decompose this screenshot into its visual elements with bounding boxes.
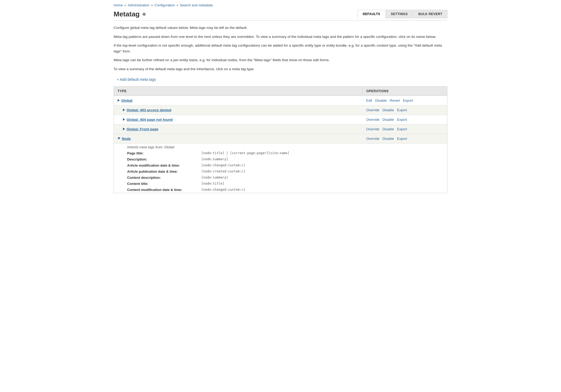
op-disable-403[interactable]: Disable xyxy=(382,108,394,112)
meta-field-value: [node:title] | [current-page:pager][site… xyxy=(188,150,447,156)
meta-field-value: [node:summary] xyxy=(188,175,447,181)
expand-icon-node[interactable] xyxy=(118,137,120,140)
expand-icon-front[interactable] xyxy=(123,128,125,130)
meta-field-label: Content title: xyxy=(114,181,188,187)
meta-field-row: Article modification date & time:[node:c… xyxy=(114,162,447,168)
breadcrumb-search-metadata[interactable]: Search and metadata xyxy=(180,3,213,7)
desc-p3: If the top-level configuration is not sp… xyxy=(114,43,447,54)
meta-field-row: Content title:[node:title] xyxy=(114,181,447,187)
op-export-403[interactable]: Export xyxy=(397,108,407,112)
page-title: Metatag ⊕ xyxy=(114,10,146,18)
col-operations: OPERATIONS xyxy=(363,86,447,96)
desc-p5: To view a summary of the default meta ta… xyxy=(114,66,447,72)
meta-field-label: Content description: xyxy=(114,175,188,181)
table-row: Global: 404 page not found Override Disa… xyxy=(114,115,447,124)
col-type: TYPE xyxy=(114,86,363,96)
meta-field-row: Description:[node:summary] xyxy=(114,156,447,162)
table-row: Node Override Disable Export xyxy=(114,134,447,143)
description-block: Configure global meta tag default values… xyxy=(114,25,447,72)
meta-field-label: Content modification date & time: xyxy=(114,187,188,193)
op-disable-global[interactable]: Disable xyxy=(375,99,387,103)
meta-field-value: [node:changed:custom:c] xyxy=(188,162,447,168)
meta-field-value: [node:created:custom:c] xyxy=(188,168,447,175)
breadcrumb-administration[interactable]: Administration xyxy=(128,3,149,7)
op-disable-node[interactable]: Disable xyxy=(382,137,394,141)
ops-cell-global: Edit Disable Revert Export xyxy=(363,96,447,105)
type-cell-front: Global: Front page xyxy=(114,124,363,134)
op-disable-404[interactable]: Disable xyxy=(382,118,394,122)
type-cell-404: Global: 404 page not found xyxy=(114,115,363,124)
meta-field-row: Content description:[node:summary] xyxy=(114,175,447,181)
op-export-front[interactable]: Export xyxy=(397,127,407,131)
op-override-node[interactable]: Override xyxy=(366,137,380,141)
ops-cell-404: Override Disable Export xyxy=(363,115,447,124)
op-export-node[interactable]: Export xyxy=(397,137,407,141)
op-override-403[interactable]: Override xyxy=(366,108,380,112)
op-override-front[interactable]: Override xyxy=(366,127,380,131)
add-default-meta-tags-link[interactable]: + Add default meta tags xyxy=(117,77,156,82)
meta-field-row: Content modification date & time:[node:c… xyxy=(114,187,447,193)
type-link-404[interactable]: Global: 404 page not found xyxy=(127,118,173,122)
breadcrumb-configuration[interactable]: Configuration xyxy=(154,3,175,7)
breadcrumb: Home » Administration » Configuration » … xyxy=(114,3,447,7)
page-header: Metatag ⊕ DEFAULTS SETTINGS BULK REVERT xyxy=(114,10,447,21)
expand-icon-403[interactable] xyxy=(123,109,125,111)
type-cell-403: Global: 403 access denied xyxy=(114,105,363,115)
type-cell-node: Node xyxy=(114,134,363,143)
type-link-node[interactable]: Node xyxy=(122,137,131,141)
breadcrumb-home[interactable]: Home xyxy=(114,3,123,7)
node-details-cell: Inherits meta tags from: Global Page tit… xyxy=(114,143,447,193)
tab-bulk-revert[interactable]: BULK REVERT xyxy=(413,10,447,18)
type-link-global[interactable]: Global xyxy=(121,99,132,103)
meta-field-row: Page title:[node:title] | [current-page:… xyxy=(114,150,447,156)
metatag-table: TYPE OPERATIONS Global Edit Disable Reve… xyxy=(114,86,447,193)
meta-details-table: Page title:[node:title] | [current-page:… xyxy=(114,150,447,193)
meta-field-label: Description: xyxy=(114,156,188,162)
op-edit-global[interactable]: Edit xyxy=(366,99,372,103)
desc-p2: Meta tag patterns are passed down from o… xyxy=(114,34,447,40)
meta-field-label: Article modification date & time: xyxy=(114,162,188,168)
meta-field-value: [node:title] xyxy=(188,181,447,187)
table-row: Global: 403 access denied Override Disab… xyxy=(114,105,447,115)
meta-field-value: [node:summary] xyxy=(188,156,447,162)
ops-cell-front: Override Disable Export xyxy=(363,124,447,134)
shortcut-icon[interactable]: ⊕ xyxy=(142,12,146,17)
ops-cell-403: Override Disable Export xyxy=(363,105,447,115)
inherits-text: Inherits meta tags from: Global xyxy=(114,144,447,150)
tab-settings[interactable]: SETTINGS xyxy=(386,10,413,18)
meta-field-row: Article publication date & time:[node:cr… xyxy=(114,168,447,175)
op-disable-front[interactable]: Disable xyxy=(382,127,394,131)
ops-cell-node: Override Disable Export xyxy=(363,134,447,143)
type-cell-global: Global xyxy=(114,96,363,105)
table-row: Global Edit Disable Revert Export xyxy=(114,96,447,105)
table-row: Global: Front page Override Disable Expo… xyxy=(114,124,447,134)
op-export-global[interactable]: Export xyxy=(403,99,413,103)
op-export-404[interactable]: Export xyxy=(397,118,407,122)
expand-icon-global[interactable] xyxy=(118,99,120,102)
meta-field-value: [node:changed:custom:c] xyxy=(188,187,447,193)
tabs: DEFAULTS SETTINGS BULK REVERT xyxy=(358,10,447,18)
op-revert-global[interactable]: Revert xyxy=(390,99,400,103)
expand-icon-404[interactable] xyxy=(123,118,125,121)
desc-p1: Configure global meta tag default values… xyxy=(114,25,447,31)
meta-field-label: Page title: xyxy=(114,150,188,156)
type-link-front[interactable]: Global: Front page xyxy=(127,127,158,131)
op-override-404[interactable]: Override xyxy=(366,118,380,122)
type-link-403[interactable]: Global: 403 access denied xyxy=(127,108,171,112)
meta-field-label: Article publication date & time: xyxy=(114,168,188,175)
table-row-node-details: Inherits meta tags from: Global Page tit… xyxy=(114,143,447,193)
desc-p4: Meta tags can be further refined on a pe… xyxy=(114,57,447,63)
title-text: Metatag xyxy=(114,10,140,18)
tab-defaults[interactable]: DEFAULTS xyxy=(358,10,385,18)
